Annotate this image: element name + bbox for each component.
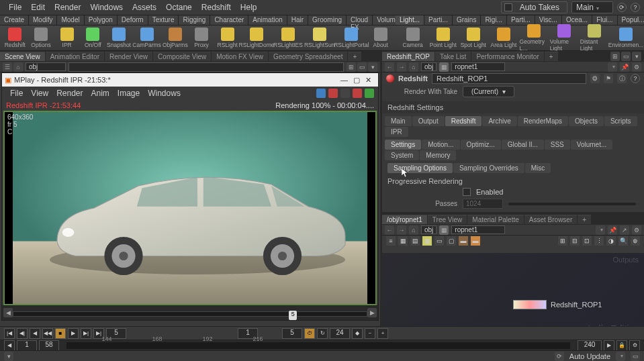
shelf-item-ipr[interactable]: IPR [54,28,79,48]
shelf-item-pointlight[interactable]: Point Light [428,28,457,48]
shelf-tab[interactable]: Cloud FX [347,15,373,25]
path-network[interactable]: ropnet1 [451,225,505,234]
rs-tab-rendermaps[interactable]: RenderMaps [518,116,568,126]
shelf-tab[interactable]: Modify [29,15,57,25]
rs-tab-samplingoptions[interactable]: Sampling Options [387,163,453,173]
shelf-tab[interactable]: Grains [453,15,481,25]
timeline-marker[interactable]: 5 [289,311,297,320]
settings-icon[interactable]: ⚙ [629,340,640,351]
view-icon[interactable]: ▤ [410,236,420,246]
mplay-tool-icon[interactable] [316,89,326,98]
back-icon[interactable]: ← [385,62,394,72]
play-button[interactable]: ▶ [68,328,79,339]
take-dropdown[interactable]: Main [571,1,613,13]
list-icon[interactable]: ≡ [386,236,396,246]
mplay-menu-file[interactable]: File [6,89,27,98]
shelf-tab[interactable]: Polygon [85,15,118,25]
shelf-item-rslightportal[interactable]: RSLightPortal [336,28,367,48]
tab-redshift-rop[interactable]: Redshift_ROP [382,52,434,61]
menu-file[interactable]: File [4,3,26,12]
rs-tab-volumet[interactable]: Volumet... [571,140,612,150]
rs-tab-settings[interactable]: Settings [385,140,421,150]
timeline-ruler[interactable]: 144 168 192 216 [66,342,570,349]
pane-max-icon[interactable]: ▭ [357,62,367,72]
perf-icon[interactable]: ▭ [631,352,640,361]
take-select[interactable]: (Current)▾ [463,86,514,97]
expand-icon[interactable]: ⊕ [631,236,640,246]
timeline-start-icon[interactable]: ◀ [3,308,13,317]
shelf-tab[interactable]: Parti... [507,15,535,25]
home-icon[interactable]: ⌂ [409,62,418,72]
search-icon[interactable]: 🔍 [618,236,628,246]
path-obj[interactable]: obj [421,62,436,71]
menu-help[interactable]: Help [236,3,262,12]
shelf-item-volumelight[interactable]: Volume Light [550,24,579,52]
shelf-tab[interactable]: Rigging [179,15,210,25]
rs-tab-globalil[interactable]: Global Il... [502,140,544,150]
shelf-item-snapshot[interactable]: Snapshot [107,28,132,48]
tab-motionfx-view[interactable]: Motion FX View [212,52,268,61]
timeline-ruler[interactable]: 5 [13,311,367,317]
tile-icon[interactable]: ▦ [422,236,432,246]
gear-icon[interactable]: ⚙ [632,225,641,235]
prev-key-button[interactable]: ◀| [17,328,28,339]
tab-asset-browser[interactable]: Asset Browser [524,215,577,224]
mplay-titlebar[interactable]: ▣ MPlay - Redshift IPR -21:53:* — ▢ ✕ [2,73,378,87]
render-viewport[interactable]: 640x360 fr 5 C [3,111,377,305]
rs-tab-optimiz[interactable]: Optimiz... [461,140,501,150]
tab-composite-view[interactable]: Composite View [153,52,211,61]
timeline-end-icon[interactable]: ▶ [367,308,377,317]
mplay-menu-windows[interactable]: Windows [144,89,185,98]
path-network[interactable]: ropnet1 [451,62,505,71]
menu-redshift[interactable]: Redshift [197,3,236,12]
pin-icon[interactable]: 📌 [620,62,629,72]
rs-tab-objects[interactable]: Objects [569,116,604,126]
shelf-item-rslightdome[interactable]: RSLightDome [241,28,272,48]
shelf-item-redshift[interactable]: Redshift [3,28,28,48]
flag-icon[interactable]: ⚑ [604,74,613,83]
updates-icon[interactable]: ⟳ [617,3,627,12]
home-icon[interactable]: ⌂ [13,62,23,72]
shelf-tab[interactable]: Light... [396,15,424,25]
tab-render-view[interactable]: Render View [105,52,152,61]
stop-button[interactable]: ■ [55,328,66,339]
global-pstart-input[interactable]: 58 [39,340,59,351]
cook-icon[interactable]: ⟳ [555,352,564,361]
mplay-menu-anim[interactable]: Anim [87,89,113,98]
find-icon[interactable]: ⚙ [632,62,641,72]
pane-menu-icon[interactable]: ▾ [632,52,641,61]
shelf-item-arealight[interactable]: Area Light [489,28,518,48]
shelf-tab[interactable]: Deform [118,15,148,25]
range-end-input[interactable]: 5 [282,328,302,339]
step-back-button[interactable]: ◀ [30,328,40,339]
pane-pin-icon[interactable]: ⊞ [610,52,620,61]
grid-icon[interactable]: ▦ [398,236,408,246]
pin-icon[interactable]: 📌 [608,225,617,235]
step-fwd-button[interactable]: ▶| [81,328,91,339]
tab-scene-view[interactable]: Scene View [0,52,45,61]
rs-tab-sss[interactable]: SSS [545,140,570,150]
range-end-button[interactable]: ▶ [604,340,614,351]
rs-tab-system[interactable]: System [385,150,419,160]
tab-tree-view[interactable]: Tree View [428,215,467,224]
mplay-menu-image[interactable]: Image [113,89,144,98]
shelf-item-camparms[interactable]: CamParms [132,28,161,48]
shelf-tab[interactable]: Rigi... [481,15,507,25]
rs-tab-samplingoverrides[interactable]: Sampling Overrides [453,163,524,173]
shelf-item-rslightsun[interactable]: RSLightSun [304,28,334,48]
shelf-tab[interactable]: Character [210,15,248,25]
rs-tab-archive[interactable]: Archive [482,116,516,126]
shelf-item-rslight[interactable]: RSLight [215,28,240,48]
shelf-tab[interactable]: Grooming [308,15,347,25]
mplay-menu-render[interactable]: Render [52,89,87,98]
mplay-render-icon[interactable] [365,89,374,98]
close-icon[interactable]: ✕ [365,76,371,85]
shelf-item-geometryl[interactable]: Geometry L... [520,24,549,52]
netbox-icon[interactable]: ▬ [471,236,480,246]
history-icon[interactable] [596,225,605,235]
first-frame-button[interactable]: |◀ [4,328,15,339]
box-icon[interactable]: ▬ [459,236,468,246]
shelf-tab[interactable]: Texture [148,15,179,25]
rs-tab-redshift[interactable]: Redshift [445,116,482,126]
shelf-item-camera[interactable]: Camera [398,28,427,48]
